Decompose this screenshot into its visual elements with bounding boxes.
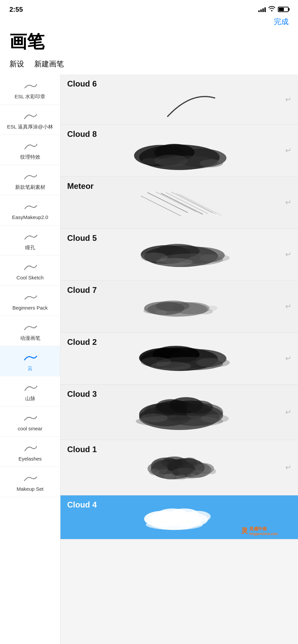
sidebar: ESL 水彩印章 ESL 逼真厚涂@小林 纹理特效 — [0, 74, 60, 644]
sidebar-item-esl-watercolor[interactable]: ESL 水彩印章 — [0, 74, 60, 105]
brush-preview — [67, 181, 291, 224]
brush-icon — [23, 352, 38, 364]
brush-icon — [23, 80, 38, 92]
brush-arrow: ↵ — [285, 250, 291, 259]
sidebar-label: 云 — [28, 365, 33, 372]
brush-preview — [67, 446, 291, 489]
sidebar-item-mountain[interactable]: 山脉 — [0, 376, 60, 407]
svg-point-77 — [146, 519, 203, 530]
svg-point-67 — [187, 474, 197, 479]
svg-line-15 — [179, 194, 221, 215]
sidebar-label: Makeup Set — [16, 486, 43, 492]
brush-arrow: ↵ — [285, 146, 291, 155]
sidebar-label: Beginners Pack — [12, 305, 48, 311]
svg-line-9 — [156, 192, 196, 212]
sidebar-label: ESL 逼真厚涂@小林 — [7, 123, 53, 130]
page-title: 画笔 — [0, 30, 298, 59]
svg-point-38 — [196, 358, 230, 367]
svg-point-66 — [176, 475, 186, 480]
brush-icon — [23, 110, 38, 122]
watermark: 灵 灵感中画 lingganchina.com — [241, 526, 278, 536]
brush-arrow: ↵ — [285, 198, 291, 207]
main-layout: ESL 水彩印章 ESL 逼真厚涂@小林 纹理特效 — [0, 74, 298, 644]
svg-point-69 — [182, 458, 197, 466]
done-button[interactable]: 完成 — [274, 17, 289, 27]
brush-arrow: ↵ — [285, 354, 291, 363]
sidebar-label: 动漫画笔 — [20, 335, 40, 341]
brush-row-cloud7[interactable]: Cloud 7 ↵ — [60, 281, 298, 333]
brush-row-cloud8[interactable]: Cloud 8 ↵ — [60, 125, 298, 177]
svg-point-39 — [151, 362, 191, 370]
svg-point-6 — [200, 159, 223, 167]
brush-icon — [23, 231, 38, 243]
status-time: 2:55 — [9, 6, 23, 13]
sidebar-label: ESL 水彩印章 — [15, 93, 46, 100]
wifi-icon — [268, 6, 275, 13]
brush-preview — [67, 78, 291, 121]
brush-preview — [67, 337, 291, 380]
sidebar-label: Cool Sketch — [16, 274, 44, 281]
svg-line-11 — [166, 193, 208, 214]
brush-row-cloud3[interactable]: Cloud 3 — [60, 385, 298, 440]
sidebar-item-texture[interactable]: 纹理特效 — [0, 135, 60, 165]
svg-point-64 — [207, 468, 216, 474]
svg-point-27 — [156, 301, 189, 311]
signal-icon — [258, 7, 266, 12]
svg-line-14 — [141, 196, 181, 216]
sidebar-item-makeup[interactable]: Makeup Set — [0, 467, 60, 497]
sidebar-item-cool-sketch[interactable]: Cool Sketch — [0, 256, 60, 286]
new-brush-button[interactable]: 新建画笔 — [34, 59, 64, 69]
sidebar-label: EasyMakeup2.0 — [12, 214, 48, 221]
sidebar-item-beginners[interactable]: Beginners Pack — [0, 286, 60, 316]
svg-point-65 — [163, 474, 175, 480]
sidebar-item-pupil[interactable]: 瞳孔 — [0, 225, 60, 256]
brush-row-meteor[interactable]: Meteor ↵ — [60, 177, 298, 229]
status-bar: 2:55 — [0, 0, 298, 17]
svg-point-52 — [201, 414, 229, 423]
brush-row-cloud6[interactable]: Cloud 6 ↵ — [60, 74, 298, 125]
svg-point-63 — [149, 469, 159, 475]
sidebar-item-eyelashes[interactable]: Eyelashes — [0, 437, 60, 467]
brush-preview — [67, 129, 291, 172]
sidebar-item-new-brush[interactable]: 新款笔刷素材 — [0, 165, 60, 195]
brush-list: Cloud 6 ↵ Cloud 8 — [60, 74, 298, 644]
svg-point-68 — [154, 460, 168, 468]
new-set-button[interactable]: 新设 — [9, 59, 24, 69]
brush-icon — [23, 201, 38, 213]
brush-arrow: ↵ — [285, 95, 291, 104]
brush-preview — [67, 390, 291, 434]
svg-point-31 — [205, 306, 217, 311]
brush-arrow: ↵ — [285, 463, 291, 472]
brush-row-cloud2[interactable]: Cloud 2 ↵ — [60, 333, 298, 385]
sidebar-item-easymakeup[interactable]: EasyMakeup2.0 — [0, 195, 60, 225]
toolbar: 新设 新建画笔 — [0, 59, 298, 74]
brush-icon — [23, 442, 38, 454]
brush-icon — [23, 140, 38, 152]
svg-point-49 — [186, 400, 213, 414]
brush-icon — [23, 291, 38, 303]
brush-row-cloud1[interactable]: Cloud 1 — [60, 440, 298, 495]
sidebar-item-cloud[interactable]: 云 — [0, 346, 60, 376]
brush-icon — [23, 170, 38, 182]
svg-point-30 — [155, 310, 167, 315]
sidebar-item-esl-thick[interactable]: ESL 逼真厚涂@小林 — [0, 105, 60, 135]
brush-arrow: ↵ — [285, 408, 291, 417]
sidebar-item-cool-smear[interactable]: cool smear — [0, 407, 60, 437]
sidebar-label: 山脉 — [25, 395, 35, 402]
brush-row-cloud4[interactable]: Cloud 4 灵 灵感中画 lingganchi — [60, 495, 298, 539]
svg-point-51 — [141, 414, 168, 422]
svg-point-7 — [141, 158, 160, 165]
brush-arrow: ↵ — [285, 302, 291, 311]
sidebar-label: 纹理特效 — [20, 154, 40, 160]
brush-icon — [23, 321, 38, 333]
sidebar-item-anime[interactable]: 动漫画笔 — [0, 316, 60, 346]
header: 完成 — [0, 17, 298, 30]
brush-icon — [23, 412, 38, 424]
sidebar-label: 新款笔刷素材 — [15, 184, 45, 191]
status-icons — [258, 6, 289, 13]
sidebar-label: 瞳孔 — [25, 244, 35, 251]
brush-icon — [23, 472, 38, 484]
brush-row-cloud5[interactable]: Cloud 5 ↵ — [60, 229, 298, 281]
svg-point-23 — [156, 258, 193, 266]
battery-icon — [278, 7, 289, 12]
